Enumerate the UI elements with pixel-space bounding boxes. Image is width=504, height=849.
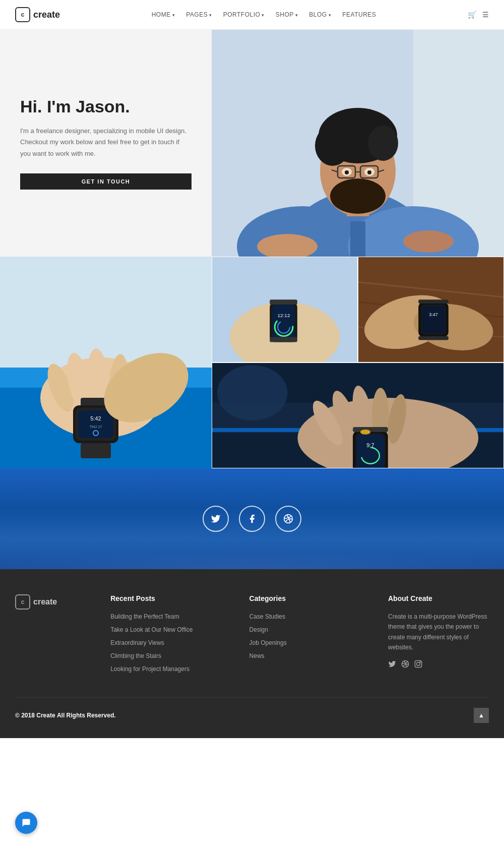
svg-point-7 xyxy=(368,126,398,161)
list-item: Take a Look at Our New Office xyxy=(110,625,239,634)
post-link-5[interactable]: Looking for Project Managers xyxy=(110,665,190,673)
svg-rect-62 xyxy=(418,336,449,340)
social-banner xyxy=(0,468,504,569)
footer-logo-col: c create xyxy=(15,594,100,677)
svg-point-17 xyxy=(367,170,371,174)
recent-posts-heading: Recent Posts xyxy=(110,594,239,602)
svg-point-8 xyxy=(330,178,386,214)
nav-home[interactable]: HOME xyxy=(152,11,175,18)
svg-point-16 xyxy=(345,170,349,174)
svg-rect-59 xyxy=(422,306,445,333)
categories-heading: Categories xyxy=(249,594,378,602)
cat-link-2[interactable]: Design xyxy=(249,626,268,633)
svg-text:9:7: 9:7 xyxy=(366,442,374,448)
navigation: c create HOME PAGES PORTFOLIO SHOP BLOG … xyxy=(0,0,504,30)
svg-text:THU 17: THU 17 xyxy=(90,425,102,429)
cart-icon[interactable]: 🛒 xyxy=(468,11,476,19)
footer-instagram-icon[interactable] xyxy=(414,660,422,670)
svg-point-85 xyxy=(417,662,420,665)
hero-text: Hi. I'm Jason. I'm a freelance designer,… xyxy=(0,30,212,257)
post-link-3[interactable]: Extraordinary Views xyxy=(110,639,164,646)
list-item: Job Openings xyxy=(249,638,378,647)
list-item: Looking for Project Managers xyxy=(110,664,239,673)
nav-shop[interactable]: SHOP xyxy=(276,11,298,18)
footer-about: About Create Create is a multi-purpose W… xyxy=(388,594,489,677)
twitter-button[interactable] xyxy=(203,506,229,532)
list-item: Climbing the Stairs xyxy=(110,651,239,660)
facebook-button[interactable] xyxy=(239,506,265,532)
footer-dribbble-icon[interactable] xyxy=(401,660,409,670)
categories-list: Case Studies Design Job Openings News xyxy=(249,612,378,660)
svg-text:12:12: 12:12 xyxy=(278,313,290,318)
svg-rect-79 xyxy=(353,427,388,432)
about-text: Create is a multi-purpose WordPress them… xyxy=(388,612,489,653)
svg-text:5:42: 5:42 xyxy=(90,415,101,421)
nav-pages[interactable]: PAGES xyxy=(186,11,212,18)
svg-point-22 xyxy=(403,230,454,253)
list-item: Design xyxy=(249,625,378,634)
scroll-to-top-button[interactable]: ▲ xyxy=(474,708,489,723)
cat-link-3[interactable]: Job Openings xyxy=(249,639,287,646)
hero-section: Hi. I'm Jason. I'm a freelance designer,… xyxy=(0,30,504,257)
portfolio-large-image[interactable]: 5:42 THU 17 xyxy=(0,257,212,468)
list-item: Building the Perfect Team xyxy=(110,612,239,621)
svg-rect-20 xyxy=(350,221,365,257)
get-in-touch-button[interactable]: GET IN TOUCH xyxy=(20,173,192,190)
svg-rect-61 xyxy=(418,299,449,304)
hero-image xyxy=(212,30,504,257)
copyright-text: © 2018 Create All Rights Reserved. xyxy=(15,712,116,719)
nav-links: HOME PAGES PORTFOLIO SHOP BLOG FEATURES xyxy=(152,11,376,18)
list-item: Case Studies xyxy=(249,612,378,621)
post-link-4[interactable]: Climbing the Stairs xyxy=(110,652,161,659)
dribbble-button[interactable] xyxy=(275,506,301,532)
logo[interactable]: c create xyxy=(15,7,60,22)
nav-portfolio[interactable]: PORTFOLIO xyxy=(223,11,265,18)
svg-text:3:47: 3:47 xyxy=(429,312,437,317)
svg-point-66 xyxy=(217,365,288,420)
post-link-2[interactable]: Take a Look at Our New Office xyxy=(110,626,193,633)
svg-rect-84 xyxy=(415,660,421,667)
nav-blog[interactable]: BLOG xyxy=(309,11,331,18)
cat-link-4[interactable]: News xyxy=(249,652,265,659)
footer-logo-icon: c xyxy=(15,594,30,610)
svg-point-86 xyxy=(420,661,420,662)
footer-categories: Categories Case Studies Design Job Openi… xyxy=(249,594,378,677)
footer-content: c create Recent Posts Building the Perfe… xyxy=(15,594,489,677)
portfolio-grid-right: 12:12 xyxy=(212,257,504,468)
portfolio-image-1[interactable]: 12:12 xyxy=(212,257,358,362)
footer-twitter-icon[interactable] xyxy=(388,660,396,670)
portfolio-image-3[interactable]: 9:7 xyxy=(212,362,504,468)
portfolio-section: 5:42 THU 17 12:12 xyxy=(0,257,504,468)
nav-features[interactable]: FEATURES xyxy=(342,11,376,18)
portfolio-image-2[interactable]: 3:47 xyxy=(358,257,504,362)
svg-rect-39 xyxy=(81,443,111,458)
menu-icon[interactable]: ☰ xyxy=(482,11,489,19)
about-social-icons xyxy=(388,660,489,670)
svg-rect-35 xyxy=(78,410,113,438)
person-photo xyxy=(212,30,504,257)
hero-description: I'm a freelance designer, specializing i… xyxy=(20,126,192,159)
logo-text: create xyxy=(33,10,60,20)
svg-rect-48 xyxy=(270,299,297,305)
footer-logo-text: create xyxy=(33,597,57,607)
copyright-year: © 2018 xyxy=(15,712,35,719)
recent-posts-list: Building the Perfect Team Take a Look at… xyxy=(110,612,239,673)
logo-icon: c xyxy=(15,7,30,22)
list-item: Extraordinary Views xyxy=(110,638,239,647)
hero-heading: Hi. I'm Jason. xyxy=(20,97,192,116)
svg-rect-49 xyxy=(270,337,297,342)
footer-bottom: © 2018 Create All Rights Reserved. ▲ xyxy=(15,697,489,723)
svg-point-6 xyxy=(315,126,350,166)
svg-rect-76 xyxy=(357,435,384,468)
nav-icons: 🛒 ☰ xyxy=(468,11,489,19)
rights-text: All Rights Reserved. xyxy=(57,712,116,719)
footer-recent-posts: Recent Posts Building the Perfect Team T… xyxy=(110,594,239,677)
footer: c create Recent Posts Building the Perfe… xyxy=(0,569,504,738)
footer-logo: c create xyxy=(15,594,100,610)
svg-point-81 xyxy=(360,430,370,435)
about-heading: About Create xyxy=(388,594,489,602)
list-item: News xyxy=(249,651,378,660)
brand-name: Create xyxy=(36,712,55,719)
post-link-1[interactable]: Building the Perfect Team xyxy=(110,613,179,620)
cat-link-1[interactable]: Case Studies xyxy=(249,613,285,620)
